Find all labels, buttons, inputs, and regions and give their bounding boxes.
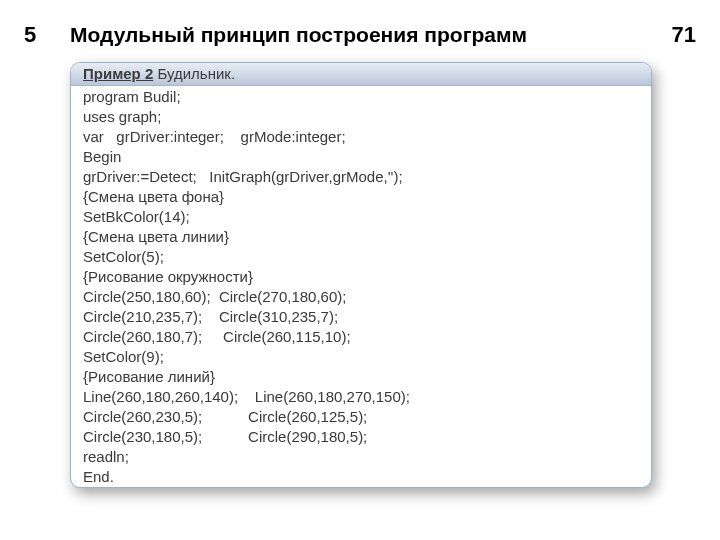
code-block: program Budil;uses graph;var grDriver:in… xyxy=(71,86,651,487)
code-line: program Budil; xyxy=(83,87,639,107)
code-line: {Смена цвета фона} xyxy=(83,187,639,207)
code-line: End. xyxy=(83,467,639,487)
code-line: SetBkColor(14); xyxy=(83,207,639,227)
code-line: readln; xyxy=(83,447,639,467)
code-line: Circle(230,180,5); Circle(290,180,5); xyxy=(83,427,639,447)
code-line: SetColor(5); xyxy=(83,247,639,267)
page-header: 5 Модульный принцип построения программ … xyxy=(0,0,720,54)
page-number-left: 5 xyxy=(24,22,70,48)
page-title: Модульный принцип построения программ xyxy=(70,23,650,47)
code-line: uses graph; xyxy=(83,107,639,127)
example-header: Пример 2 Будильник. xyxy=(71,63,651,86)
code-line: Circle(260,230,5); Circle(260,125,5); xyxy=(83,407,639,427)
example-title: Будильник. xyxy=(153,65,235,82)
page-number-right: 71 xyxy=(650,22,696,48)
code-line: var grDriver:integer; grMode:integer; xyxy=(83,127,639,147)
example-card: Пример 2 Будильник. program Budil;uses g… xyxy=(70,62,652,488)
code-line: Circle(210,235,7); Circle(310,235,7); xyxy=(83,307,639,327)
code-line: Circle(260,180,7); Circle(260,115,10); xyxy=(83,327,639,347)
code-line: {Рисование окружности} xyxy=(83,267,639,287)
code-line: {Рисование линий} xyxy=(83,367,639,387)
code-line: SetColor(9); xyxy=(83,347,639,367)
code-line: Circle(250,180,60); Circle(270,180,60); xyxy=(83,287,639,307)
code-line: Begin xyxy=(83,147,639,167)
example-label: Пример 2 xyxy=(83,65,153,82)
code-line: grDriver:=Detect; InitGraph(grDriver,grM… xyxy=(83,167,639,187)
code-line: {Смена цвета линии} xyxy=(83,227,639,247)
code-line: Line(260,180,260,140); Line(260,180,270,… xyxy=(83,387,639,407)
